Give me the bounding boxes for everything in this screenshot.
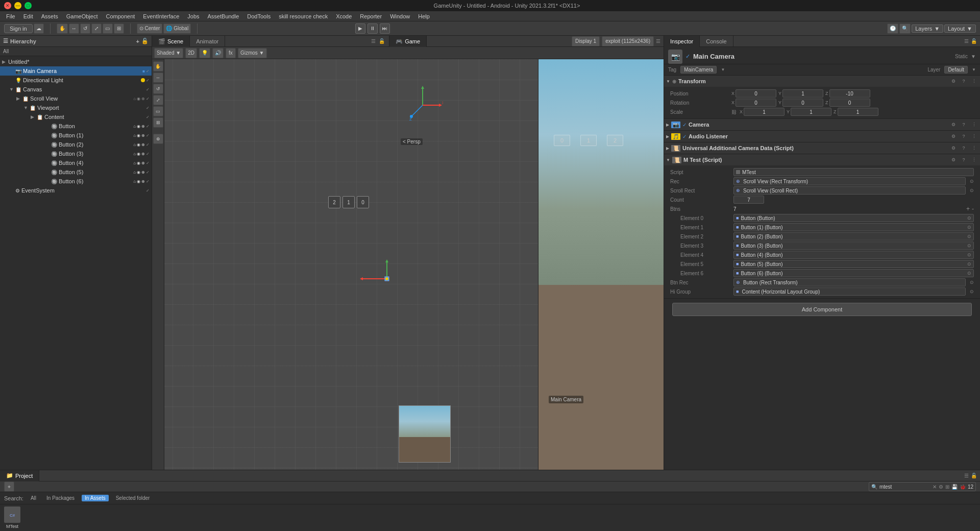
hierarchy-item-btn1[interactable]: 🔘 Button ⌂ ◉ ⊕ ✓ [0, 122, 152, 131]
menu-edit[interactable]: Edit [19, 12, 37, 20]
search-filter-packages[interactable]: In Packages [43, 495, 78, 501]
menu-reporter[interactable]: Reporter [356, 12, 386, 20]
menu-dodtools[interactable]: DodTools [243, 12, 275, 20]
move-tool[interactable]: ↔ [69, 23, 79, 34]
scale-x-input[interactable] [744, 108, 785, 116]
scene-tb-rotate[interactable]: ↺ [153, 84, 163, 94]
camera-check[interactable]: ✓ [682, 122, 687, 128]
bottom-menu-icon[interactable]: ☰ [964, 473, 969, 478]
menu-assetbundle[interactable]: AssetBundle [204, 12, 243, 20]
hierarchy-item-viewport[interactable]: ▼ 📋 Viewport ✓ [0, 103, 152, 112]
transform-header[interactable]: ▼ ⊕ Transform ⚙ ? ⋮ [664, 76, 980, 87]
audio-menu[interactable]: ⋮ [970, 132, 978, 140]
hierarchy-menu-icon[interactable]: ☰ [3, 38, 8, 44]
static-dropdown[interactable]: ▼ [971, 54, 976, 59]
scene-tb-all[interactable]: ⊞ [153, 117, 163, 128]
pivot-button[interactable]: ⊙ Center [137, 23, 163, 34]
rect-tool[interactable]: ▭ [103, 23, 113, 34]
game-btn-1[interactable]: 1 [580, 135, 597, 146]
universal-settings[interactable]: ⚙ [949, 144, 958, 152]
game-menu-icon[interactable]: ☰ [656, 38, 660, 44]
add-component-button[interactable]: Add Component [672, 303, 972, 316]
rot-x-input[interactable] [736, 99, 776, 107]
hierarchy-item-canvas[interactable]: ▼ 📋 Canvas ✓ [0, 85, 152, 94]
tab-inspector[interactable]: Inspector [664, 36, 700, 47]
scene-viewport[interactable]: ✋ ↔ ↺ ⤢ ▭ ⊞ ⊕ [152, 59, 538, 470]
universal-help[interactable]: ? [960, 144, 968, 152]
layout-dropdown[interactable]: Layout ▼ [944, 25, 976, 33]
step-button[interactable]: ⏭ [380, 23, 390, 34]
transform-menu[interactable]: ⋮ [970, 77, 978, 85]
audio-help[interactable]: ? [960, 132, 968, 140]
scene-fx[interactable]: fx [226, 48, 236, 58]
menu-gameobject[interactable]: GameObject [62, 12, 102, 20]
rec-link-btn[interactable]: ⊙ [970, 179, 974, 184]
pos-x-input[interactable] [736, 89, 776, 98]
mtest-menu[interactable]: ⋮ [970, 156, 978, 164]
scene-lighting[interactable]: 💡 [199, 48, 210, 58]
camera-menu[interactable]: ⋮ [970, 120, 978, 129]
search-filter-assets[interactable]: In Assets [82, 495, 109, 501]
scene-tb-move[interactable]: ↔ [153, 73, 163, 83]
hierarchy-item-btn4[interactable]: 🔘 Button (3) ⌂◉⊕✓ [0, 149, 152, 158]
btns-minus[interactable]: - [972, 205, 974, 212]
search-filter[interactable]: ⊞ [945, 484, 949, 490]
scene-tb-extra[interactable]: ⊕ [153, 134, 163, 144]
scene-tb-rect[interactable]: ▭ [153, 106, 163, 116]
tab-scene[interactable]: 🎬 Scene [152, 36, 190, 47]
universal-header[interactable]: ▶ 📜 Universal Additional Camera Data (Sc… [664, 142, 980, 154]
universal-menu[interactable]: ⋮ [970, 144, 978, 152]
game-resolution-btn[interactable]: exploit (1125x2436) [602, 36, 654, 46]
elem4-link[interactable]: ⊙ [967, 252, 971, 257]
hierarchy-item-btn3[interactable]: 🔘 Button (2) ⌂◉⊕✓ [0, 140, 152, 149]
pos-y-input[interactable] [782, 89, 823, 98]
mtest-help[interactable]: ? [960, 156, 968, 164]
scene-btn-0[interactable]: 2 [328, 196, 340, 208]
rotate-tool[interactable]: ↺ [80, 23, 90, 34]
scene-btn-1[interactable]: 1 [342, 196, 355, 208]
search-input[interactable] [879, 484, 930, 490]
rot-z-input[interactable] [829, 99, 870, 107]
elem5-link[interactable]: ⊙ [967, 261, 971, 267]
game-display-btn[interactable]: Display 1 [572, 36, 600, 46]
audio-settings[interactable]: ⚙ [949, 132, 958, 140]
camera-header[interactable]: ▶ 📷 ✓ Camera ⚙ ? ⋮ [664, 119, 980, 130]
menu-help[interactable]: Help [414, 12, 434, 20]
inspector-lock-icon[interactable]: 🔓 [971, 38, 977, 44]
sign-in-button[interactable]: Sign in [4, 24, 33, 33]
search-clear[interactable]: ✕ [933, 484, 937, 490]
game-btn-2[interactable]: 2 [607, 135, 623, 146]
menu-eventinterface[interactable]: EventInterface [139, 12, 183, 20]
hierarchy-item-btn5[interactable]: 🔘 Button (4) ⌂◉⊕✓ [0, 158, 152, 167]
asset-mtest[interactable]: C# MTest [4, 506, 20, 529]
hierarchy-item-btn6[interactable]: 🔘 Button (5) ⌂◉⊕✓ [0, 167, 152, 177]
global-button[interactable]: 🌐 Global [163, 23, 191, 34]
scene-draw-mode[interactable]: Shaded ▼ [154, 48, 183, 58]
scene-lock-icon[interactable]: 🔓 [379, 38, 385, 44]
cloud-button[interactable]: ☁ [34, 23, 44, 34]
scene-audio[interactable]: 🔊 [212, 48, 224, 58]
tab-console[interactable]: Console [700, 36, 733, 47]
transform-settings[interactable]: ⚙ [949, 77, 958, 85]
hierarchy-item-main-camera[interactable]: 📷 Main Camera ■ ✓ [0, 66, 152, 76]
close-button[interactable]: ✕ [4, 2, 11, 9]
elem3-link[interactable]: ⊙ [967, 243, 971, 248]
pos-z-input[interactable] [829, 89, 870, 98]
mtest-settings[interactable]: ⚙ [949, 156, 958, 164]
inspector-menu-icon[interactable]: ☰ [964, 38, 969, 44]
transform-help[interactable]: ? [960, 77, 968, 85]
search-button[interactable]: 🔍 [899, 23, 911, 34]
search-save[interactable]: 💾 [951, 484, 958, 490]
menu-jobs[interactable]: Jobs [183, 12, 203, 20]
menu-window[interactable]: Window [386, 12, 414, 20]
scene-gizmos[interactable]: Gizmos ▼ [238, 48, 267, 58]
tab-animator[interactable]: Animator [190, 36, 225, 47]
count-input[interactable] [733, 196, 764, 204]
obj-enabled-check[interactable]: ✓ [685, 53, 690, 60]
menu-assets[interactable]: Assets [37, 12, 62, 20]
game-btn-0[interactable]: 0 [554, 135, 570, 146]
btns-plus[interactable]: + [966, 205, 970, 212]
play-button[interactable]: ▶ [355, 23, 365, 34]
scale-tool[interactable]: ⤢ [91, 23, 102, 34]
tab-game[interactable]: 🎮 Game [389, 36, 427, 47]
